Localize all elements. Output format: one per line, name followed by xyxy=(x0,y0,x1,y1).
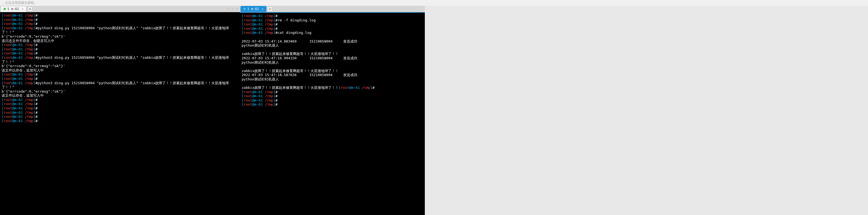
terminal-line: [root@m-61 /tmp]# xyxy=(2,106,238,110)
terminal-line: python测试钉钉机器人 xyxy=(242,60,423,65)
terminal-line xyxy=(242,35,423,39)
terminal-line: 2022-07-03 15:47:16.994150 15210858004 发… xyxy=(242,56,423,60)
pane-right: 1 m-61 × + [root@m-61 /tmp]#[root@m-61 /… xyxy=(240,6,425,215)
pane-left: 1 m-61 × + ◀ ▶ ▼ [root@m-61 /tmp]#[root@… xyxy=(0,6,240,215)
terminal-line: [root@m-61 /tmp]# xyxy=(2,51,238,55)
terminal-line: b'{"errcode":0,"errmsg":"ok"}' xyxy=(2,89,238,94)
add-tab-button[interactable]: + xyxy=(268,6,272,11)
terminal-line: [root@m-61 /tmp]# xyxy=(242,14,423,18)
terminal-line: [root@m-61 /tmp]#cat dingding.log xyxy=(242,31,423,35)
terminal-line: 该日志文件不存在，创建且写入中 xyxy=(2,39,238,43)
terminal-line: b'{"errcode":0,"errmsg":"ok"}' xyxy=(2,34,238,39)
nav-next-icon[interactable]: ▶ xyxy=(231,7,235,11)
terminal-line: zabbix故障了！！抓紧起来修复啊超哥！！火星撞地球了！！ xyxy=(242,52,423,56)
add-tab-button[interactable]: + xyxy=(28,6,32,11)
tab-label: 1 m-61 xyxy=(247,7,259,11)
nav-arrows: ◀ ▶ ▼ xyxy=(226,7,240,11)
status-dot-icon xyxy=(244,8,246,10)
terminal-line: [root@m-61 /tmp]# xyxy=(2,47,238,51)
tabbar-right: 1 m-61 × + xyxy=(240,6,425,12)
tab-label: 1 m-61 xyxy=(7,7,19,11)
terminal-line: [root@m-61 /tmp]# xyxy=(2,13,238,18)
split-container: 1 m-61 × + ◀ ▶ ▼ [root@m-61 /tmp]#[root@… xyxy=(0,6,868,215)
terminal-line xyxy=(242,64,423,69)
tab-left-1[interactable]: 1 m-61 × xyxy=(1,6,27,12)
terminal-line: [root@m-61 /tmp]# xyxy=(2,98,238,102)
terminal-right[interactable]: [root@m-61 /tmp]#[root@m-61 /tmp]#rm -f … xyxy=(240,12,425,215)
terminal-line: 该文件以存在，追加写入中 xyxy=(2,68,238,73)
terminal-line: [root@m-61 /tmp]# xyxy=(242,98,423,103)
terminal-line: [root@m-61 /tmp]# xyxy=(2,110,238,115)
tabbar-left: 1 m-61 × + ◀ ▶ ▼ xyxy=(0,6,240,12)
close-icon[interactable]: × xyxy=(22,7,24,11)
terminal-line: [root@m-61 /tmp]# xyxy=(2,43,238,47)
nav-dropdown-icon[interactable]: ▼ xyxy=(235,7,239,11)
tab-right-1[interactable]: 1 m-61 × xyxy=(241,6,267,12)
terminal-line: [root@m-61 /tmp]# xyxy=(242,90,423,94)
terminal-line: [root@m-61 /tmp]#python3 ding.py 1521085… xyxy=(2,26,238,34)
terminal-line: [root@m-61 /tmp]#python3 ding.py 1521085… xyxy=(2,55,238,64)
nav-prev-icon[interactable]: ◀ xyxy=(226,7,230,11)
terminal-line: [root@m-61 /tmp]# xyxy=(2,18,238,22)
terminal-line: 2022-07-03 15:47:18.587636 15210858004 发… xyxy=(242,73,423,77)
terminal-line: zabbix故障了！！抓紧起来修复啊超哥！！火星撞地球了！！ xyxy=(242,69,423,73)
terminal-line: [root@m-61 /tmp]# xyxy=(242,22,423,27)
terminal-line: [root@m-61 /tmp]# xyxy=(2,114,238,119)
terminal-left[interactable]: [root@m-61 /tmp]#[root@m-61 /tmp]#[root@… xyxy=(0,12,240,215)
terminal-line: [root@m-61 /tmp]# xyxy=(2,72,238,77)
terminal-line: [root@m-61 /tmp]# xyxy=(242,94,423,98)
terminal-line: 该文件以存在，追加写入中 xyxy=(2,93,238,98)
terminal-line: [root@m-61 /tmp]# xyxy=(2,77,238,81)
terminal-line: [root@m-61 /tmp]# xyxy=(242,27,423,31)
terminal-line: python测试钉钉机器人 xyxy=(242,43,423,48)
terminal-line: [root@m-61 /tmp]# xyxy=(242,102,423,107)
terminal-line: zabbix故障了！！抓紧起来修复啊超哥！！火星撞地球了！！[root@m-61… xyxy=(242,86,423,90)
terminal-line: b'{"errcode":0,"errmsg":"ok"}' xyxy=(2,64,238,68)
close-icon[interactable]: × xyxy=(261,7,264,11)
terminal-line: [root@m-61 /tmp]# xyxy=(2,102,238,106)
hint-text: ，点击这里的插头按钮。 xyxy=(0,0,868,6)
terminal-line: 2022-07-03 15:47:14.883469 15210858004 发… xyxy=(242,39,423,44)
terminal-line: [root@m-61 /tmp]#python3 ding.py 1521085… xyxy=(2,81,238,89)
terminal-line xyxy=(242,81,423,86)
terminal-line: python测试钉钉机器人 xyxy=(242,77,423,81)
terminal-line: [root@m-61 /tmp]# xyxy=(2,22,238,26)
terminal-line xyxy=(242,48,423,52)
terminal-line: [root@m-61 /tmp]#rm -f dingding.log xyxy=(242,18,423,23)
terminal-line: [root@m-61 /tmp]# xyxy=(2,119,238,123)
status-dot-icon xyxy=(3,8,6,10)
